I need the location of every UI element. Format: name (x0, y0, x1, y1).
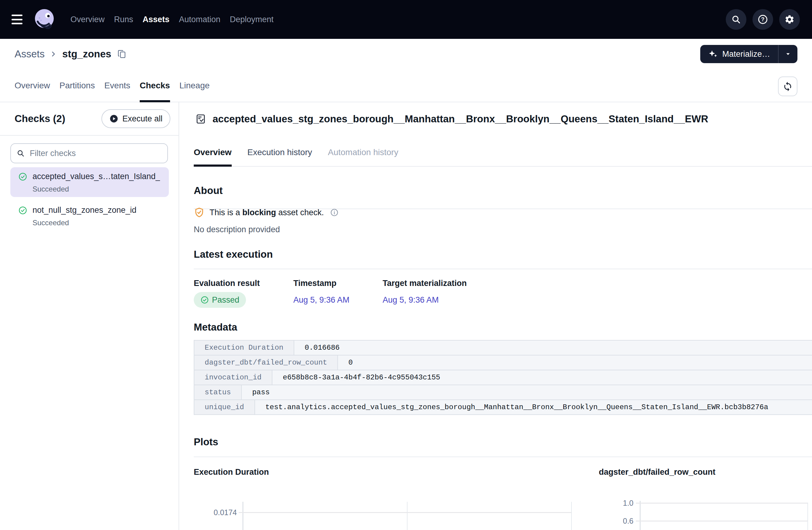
top-nav: Overview Runs Assets Automation Deployme… (0, 0, 812, 39)
vertical-gridline (571, 502, 572, 530)
y-tick-label: 0.6 (604, 516, 634, 526)
caret-down-icon (784, 50, 792, 58)
tab-lineage[interactable]: Lineage (179, 69, 210, 102)
tab-partitions[interactable]: Partitions (59, 69, 95, 102)
nav-runs[interactable]: Runs (114, 15, 133, 24)
materialize-button[interactable]: Materialize… (700, 45, 778, 63)
chevron-right-icon (49, 50, 57, 58)
nav-actions: ? (726, 9, 800, 30)
check-list-item-accepted-values[interactable]: accepted_values_s…taten_Island_ Succeede… (10, 167, 169, 197)
no-description-text: No description provided (194, 225, 280, 234)
vertical-gridline (407, 502, 407, 530)
nav-assets[interactable]: Assets (143, 15, 170, 24)
menu-icon[interactable] (12, 15, 24, 24)
y-tick-label: 1.0 (604, 498, 634, 507)
tab-checks[interactable]: Checks (140, 69, 170, 102)
metadata-row: dagster_dbt/failed_row_count 0 (194, 355, 812, 370)
asset-tabs: Overview Partitions Events Checks Lineag… (0, 69, 812, 102)
copy-icon (117, 49, 126, 59)
nav-overview[interactable]: Overview (70, 15, 105, 24)
plots-heading: Plots (194, 436, 218, 448)
execute-all-button[interactable]: Execute all (101, 109, 170, 128)
divider (194, 269, 812, 269)
blocking-text-prefix: This is a (209, 208, 242, 217)
metadata-row: invocation_id e658b8c8-3a1a-4b4f-82b6-4c… (194, 370, 812, 385)
check-list-item-not-null[interactable]: not_null_stg_zones_zone_id Succeeded (10, 201, 169, 231)
nav-automation[interactable]: Automation (179, 15, 220, 24)
metadata-heading: Metadata (194, 322, 237, 333)
materialize-dropdown-button[interactable] (778, 45, 797, 63)
nav-deployment[interactable]: Deployment (230, 15, 274, 24)
play-circle-icon (109, 114, 118, 123)
asset-page-header: Assets stg_zones Materialize… (0, 39, 812, 69)
tab-events[interactable]: Events (104, 69, 130, 102)
info-icon[interactable] (330, 208, 338, 217)
check-name: not_null_stg_zones_zone_id (32, 205, 136, 215)
filter-checks (10, 143, 168, 163)
vertical-gridline (808, 503, 808, 530)
settings-button[interactable] (779, 9, 800, 30)
timestamp-link[interactable]: Aug 5, 9:36 AM (293, 295, 349, 305)
metadata-row: Execution Duration 0.016686 (194, 341, 812, 355)
checks-sidebar-header: Checks (2) Execute all (0, 102, 178, 136)
evaluation-result-label: Passed (212, 295, 239, 305)
checks-sidebar: Checks (2) Execute all accepted_values_s… (0, 102, 179, 530)
breadcrumb: Assets stg_zones (15, 48, 126, 60)
check-tab-execution-history[interactable]: Execution history (247, 138, 312, 166)
check-tab-automation-history[interactable]: Automation history (328, 138, 398, 166)
dagster-app: Overview Runs Assets Automation Deployme… (0, 0, 812, 530)
blocking-note: This is a blocking asset check. (194, 206, 338, 219)
metadata-value: test.analytics.accepted_values_stg_zones… (255, 400, 812, 414)
search-icon (731, 14, 741, 25)
evaluation-result-badge: Passed (194, 292, 246, 308)
search-icon (16, 149, 25, 159)
dagster-logo[interactable] (33, 8, 56, 31)
target-materialization-link[interactable]: Aug 5, 9:36 AM (382, 295, 439, 305)
tab-overview[interactable]: Overview (15, 69, 50, 102)
check-tab-overview[interactable]: Overview (194, 138, 232, 166)
check-status: Succeeded (32, 218, 136, 227)
metadata-key: invocation_id (194, 370, 272, 385)
execution-duration-chart-title: Execution Duration (194, 467, 269, 477)
svg-text:?: ? (761, 16, 765, 23)
materialize-split-button: Materialize… (700, 45, 797, 63)
sparkle-icon (708, 49, 718, 59)
copy-asset-name-button[interactable] (117, 49, 126, 59)
y-axis-line (243, 502, 243, 530)
about-heading: About (194, 185, 222, 196)
col-evaluation-result: Evaluation result (194, 279, 260, 288)
divider (194, 457, 812, 457)
materialize-label: Materialize… (722, 49, 770, 59)
check-status: Succeeded (32, 185, 160, 194)
col-timestamp: Timestamp (293, 279, 336, 288)
horizontal-gridline (239, 512, 571, 513)
check-succeeded-icon (18, 206, 27, 231)
help-button[interactable]: ? (753, 9, 773, 30)
search-button[interactable] (726, 9, 746, 30)
metadata-value: 0 (338, 355, 812, 370)
asset-check-icon (195, 114, 206, 124)
col-target-materialization: Target materialization (382, 279, 467, 288)
breadcrumb-assets-link[interactable]: Assets (15, 48, 45, 60)
blocking-text-suffix: asset check. (276, 208, 324, 217)
metadata-value: 0.016686 (294, 341, 812, 355)
latest-execution-heading: Latest execution (194, 249, 273, 260)
metadata-value: pass (242, 385, 812, 399)
y-tick-label: 0.0174 (196, 508, 237, 517)
refresh-button[interactable] (778, 76, 797, 96)
horizontal-gridline (636, 503, 808, 504)
checks-count-title: Checks (2) (15, 113, 65, 124)
failed-row-count-chart-title: dagster_dbt/failed_row_count (599, 467, 715, 477)
metadata-value: e658b8c8-3a1a-4b4f-82b6-4c955043c155 (272, 370, 812, 385)
shield-check-icon (194, 207, 205, 218)
check-succeeded-icon (18, 172, 27, 197)
metadata-key: dagster_dbt/failed_row_count (194, 355, 338, 370)
metadata-table: Execution Duration 0.016686 dagster_dbt/… (194, 340, 812, 415)
blocking-text-bold: blocking (242, 208, 276, 217)
execute-all-label: Execute all (122, 114, 162, 123)
help-icon: ? (757, 14, 768, 25)
gear-icon (784, 14, 795, 25)
filter-checks-input[interactable] (10, 143, 168, 163)
check-tabs: Overview Execution history Automation hi… (194, 138, 812, 167)
refresh-icon (783, 82, 793, 92)
